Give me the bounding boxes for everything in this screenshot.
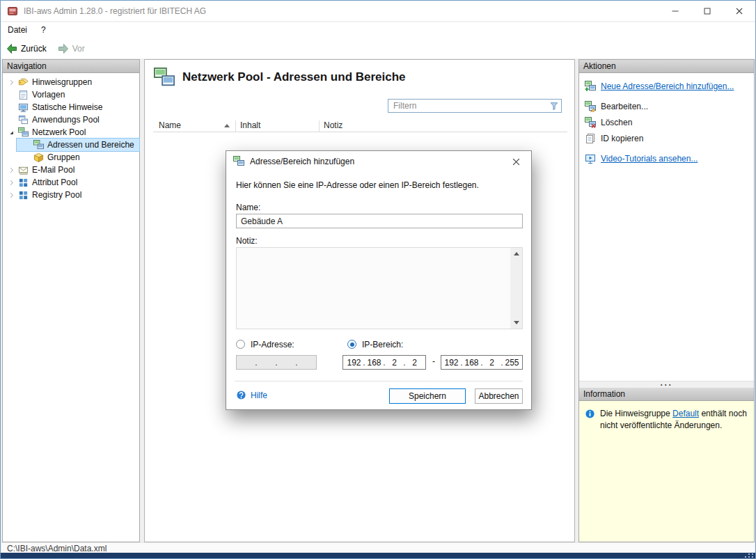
filter-input[interactable] [388,100,546,112]
chevron-down-icon[interactable] [6,127,17,138]
filter-box [388,99,562,113]
scroll-up-button[interactable] [510,248,522,260]
chevron-right-icon[interactable] [6,164,17,175]
default-group-link[interactable]: Default [672,409,699,418]
network-icon [18,127,29,138]
sidebar-item-label: Vorlagen [32,90,65,100]
forward-label: Vor [72,44,85,54]
help-link[interactable]: Hilfe [236,390,267,400]
menu-bar: Datei ? [1,22,755,38]
dialog-close-button[interactable] [502,152,530,171]
sidebar-item-registry-pool[interactable]: Registry Pool [3,189,139,201]
forward-button[interactable]: Vor [52,40,90,58]
ip-octet: 192 [345,358,363,368]
sidebar-item-anwendungs-pool[interactable]: Anwendungs Pool [3,113,139,126]
sidebar-item-label: Attribut Pool [32,178,77,187]
info-icon [585,409,595,419]
sidebar-item-statische-hinweise[interactable]: Statische Hinweise [3,101,139,113]
dialog-footer: Hilfe Speichern Abbrechen [236,388,523,404]
pane-splitter[interactable] [579,381,754,388]
navigation-header: Navigation [3,60,139,73]
ip-inputs-row: 19216822 - 1921682255 [236,355,523,370]
action-label: Löschen [601,118,632,127]
bottom-bar [1,553,755,558]
column-header-inhalt[interactable]: Inhalt [240,120,260,132]
sidebar-item-vorlagen[interactable]: Vorlagen [3,88,139,101]
resize-grip[interactable] [743,553,753,558]
sidebar-item-attribut-pool[interactable]: Attribut Pool [3,176,139,189]
close-button[interactable] [723,1,755,22]
dialog-description: Hier können Sie eine IP-Adresse oder ein… [236,180,479,190]
delete-icon [585,117,596,128]
action-add-address[interactable]: Neue Adresse/Bereich hinzufügen... [579,78,754,94]
ip-range-radio[interactable] [347,340,356,349]
scroll-down-icon [514,321,519,324]
name-field[interactable] [236,214,523,228]
chevron-right-icon[interactable] [6,189,17,200]
ip-dot [295,358,298,368]
textarea-scrollbar[interactable] [510,248,522,329]
dialog-divider [235,381,523,381]
sidebar-item-gruppen[interactable]: Gruppen [3,151,139,164]
ip-dot [275,358,278,368]
column-header-notiz[interactable]: Notiz [324,120,342,132]
cancel-button[interactable]: Abbrechen [475,388,523,404]
chevron-spacer [6,152,17,163]
help-icon [236,390,246,400]
chevron-spacer [6,102,17,113]
back-button[interactable]: Zurück [1,40,52,58]
save-button[interactable]: Speichern [389,388,466,404]
sidebar-item-email-pool[interactable]: E-Mail Pool [3,164,139,176]
ip-address-input [236,355,317,370]
app-window: IBI-aws Admin 1.28.0 - registriert für I… [0,0,756,559]
range-separator: - [428,356,439,366]
column-header-name[interactable]: Name [159,120,181,132]
window-controls [659,1,755,22]
form-icon [18,90,29,100]
chevron-right-icon[interactable] [6,77,17,88]
scroll-down-button[interactable] [510,317,522,329]
menu-item-help[interactable]: ? [34,22,53,38]
maximize-button[interactable] [691,1,723,22]
notiz-textarea[interactable] [236,247,523,329]
minimize-button[interactable] [659,1,691,22]
dialog-title-bar: Adresse/Bereich hinzufügen [226,151,531,172]
sidebar-item-hinweisgruppen[interactable]: Hinweisgruppen [3,76,139,88]
column-divider[interactable] [235,120,236,132]
chevron-spacer [6,114,17,125]
ip-range-end-input[interactable]: 1921682255 [441,355,523,370]
sidebar-item-label: Anwendungs Pool [32,115,100,125]
name-label: Name: [236,203,260,212]
network-icon [33,140,44,150]
title-bar: IBI-aws Admin 1.28.0 - registriert für I… [1,1,755,22]
notiz-label: Notiz: [236,236,258,246]
menu-item-datei[interactable]: Datei [1,22,34,38]
chevron-right-icon[interactable] [6,177,17,188]
information-header: Information [579,388,754,401]
navigation-tree: Hinweisgruppen Vorlagen Statische Hinwei… [3,73,139,201]
edit-icon [585,101,596,112]
ip-octet: 2 [483,358,501,368]
action-copy-id[interactable]: ID kopieren [579,130,754,146]
ip-address-radio[interactable] [236,340,245,349]
action-label: ID kopieren [601,134,643,143]
tags-icon [18,77,29,88]
ip-range-start-input[interactable]: 19216822 [342,355,426,370]
add-address-dialog: Adresse/Bereich hinzufügen Hier können S… [226,150,532,410]
scroll-up-icon [514,252,519,255]
column-divider[interactable] [319,120,320,132]
monitor-icon [18,102,29,113]
close-icon [512,158,520,166]
sidebar-item-label: Hinweisgruppen [32,77,92,87]
action-video-tutorials[interactable]: Video-Tutorials ansehen... [579,150,754,166]
sidebar-item-adressen-und-bereiche[interactable]: Adressen und Bereiche [3,139,139,151]
action-label: Bearbeiten... [601,102,648,111]
ip-range-label: IP-Bereich: [362,340,403,349]
action-edit[interactable]: Bearbeiten... [579,98,754,114]
ip-octet: 168 [463,358,480,368]
close-icon [736,8,743,15]
filter-funnel-icon[interactable] [549,101,559,111]
mail-icon [18,165,29,175]
action-delete[interactable]: Löschen [579,114,754,130]
sidebar-item-netzwerk-pool[interactable]: Netzwerk Pool [3,126,139,139]
